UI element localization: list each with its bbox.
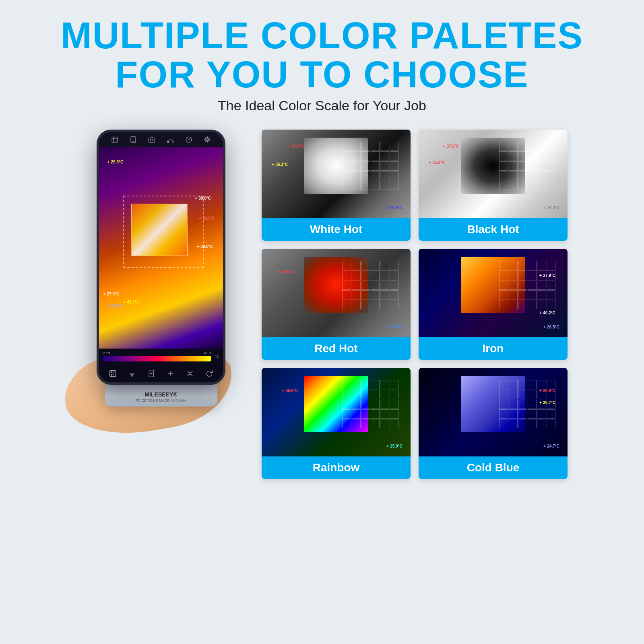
svg-rect-12 xyxy=(110,371,116,377)
temp-reading-6: + 22.0°C xyxy=(107,303,123,308)
palette-image-white-hot: + 37.7°C + 36.1°C + 26.5°C xyxy=(262,130,411,218)
iron-temp-2: + 40.2°C xyxy=(539,310,555,315)
subtitle: The Ideal Color Scale for Your Job xyxy=(61,98,583,114)
document-icon[interactable] xyxy=(146,368,157,379)
temp-reading-5: + 27.9°C xyxy=(103,291,119,296)
header-section: MULTIPLE COLOR PALETES FOR YOU TO CHOOSE… xyxy=(53,0,591,118)
svg-rect-0 xyxy=(112,137,118,142)
bh-temp-low: + 26.4°C xyxy=(543,205,559,210)
tablet-icon[interactable] xyxy=(129,135,138,144)
svg-point-11 xyxy=(206,139,208,141)
temp-reading-1: + 29.5°C xyxy=(107,159,123,164)
device-bottom: MILESEEY® FC CE ROHS MADE IN CHINA xyxy=(105,385,217,407)
iron-temp-low: + 26.5°C xyxy=(543,324,559,329)
palette-image-cold-blue: + 36.8°C + 39.7°C + 24.7°C xyxy=(419,368,568,456)
phone-controls xyxy=(99,365,223,382)
svg-rect-14 xyxy=(111,374,114,377)
gear-icon[interactable] xyxy=(203,135,212,144)
svg-rect-7 xyxy=(167,141,169,143)
wifi-icon[interactable] xyxy=(126,368,138,379)
palette-grid: + 37.7°C + 36.1°C + 26.5°C White Hot + 3… xyxy=(262,130,568,479)
phone-screen: + 29.5°C + 30.0°C + 33.5°C + 30.0°C + 27… xyxy=(99,147,223,349)
svg-line-23 xyxy=(191,371,193,373)
svg-point-15 xyxy=(132,376,133,377)
crop-icon[interactable] xyxy=(110,135,119,144)
wh-temp-low: + 26.5°C xyxy=(386,205,402,210)
svg-point-6 xyxy=(151,139,153,141)
minus-icon[interactable] xyxy=(184,135,193,144)
cb-temp-mid: + 39.7°C xyxy=(539,400,555,405)
palette-item-red-hot: + 35.6°C + 25.5°C Red Hot xyxy=(262,249,411,360)
device-brand: MILESEEY® xyxy=(113,391,209,398)
target-icon[interactable] xyxy=(184,368,196,379)
device-cert: FC CE ROHS MADE IN CHINA xyxy=(113,398,209,402)
svg-line-22 xyxy=(187,371,189,373)
temp-reading-7: + 41.0°C xyxy=(123,299,139,304)
rainbow-temp-low: + 25.9°C xyxy=(386,444,402,448)
phone-container: + 29.5°C + 30.0°C + 33.5°C + 30.0°C + 27… xyxy=(76,130,246,407)
palette-label-white-hot: White Hot xyxy=(262,218,411,241)
refresh-icon[interactable] xyxy=(204,368,215,379)
thermal-inner xyxy=(131,204,188,256)
palette-image-red-hot: + 35.6°C + 25.5°C xyxy=(262,249,411,337)
iron-temp-1: + 27.9°C xyxy=(539,273,555,278)
palette-label-cold-blue: Cold Blue xyxy=(419,456,568,479)
rh-temp-low: + 25.5°C xyxy=(386,324,402,329)
palette-label-rainbow: Rainbow xyxy=(262,456,411,479)
headphone-icon[interactable] xyxy=(166,135,175,144)
palette-label-black-hot: Black Hot xyxy=(419,218,568,241)
svg-rect-8 xyxy=(172,141,173,143)
phone-color-bar: 27.9 41.0 °C xyxy=(99,349,223,365)
rh-temp-high: + 35.6°C xyxy=(278,269,294,274)
svg-point-26 xyxy=(189,373,191,375)
svg-line-24 xyxy=(187,375,189,376)
palette-image-rainbow: + 36.9°C + 25.9°C xyxy=(262,368,411,456)
cb-temp-low: + 24.7°C xyxy=(543,444,559,448)
palette-label-iron: Iron xyxy=(419,337,568,360)
phone-top-bar xyxy=(99,132,223,147)
palette-item-iron: + 27.9°C + 40.2°C + 26.5°C Iron xyxy=(419,249,568,360)
main-title: MULTIPLE COLOR PALETES FOR YOU TO CHOOSE xyxy=(61,16,583,94)
bh-temp-mid: + 31.6°C xyxy=(429,160,445,165)
palette-item-white-hot: + 37.7°C + 36.1°C + 26.5°C White Hot xyxy=(262,130,411,241)
svg-point-4 xyxy=(133,141,134,142)
svg-rect-13 xyxy=(111,371,114,373)
svg-line-25 xyxy=(191,375,193,376)
palette-item-black-hot: + 37.5°C + 31.6°C + 26.4°C Black Hot xyxy=(419,130,568,241)
palette-image-black-hot: + 37.5°C + 31.6°C + 26.4°C xyxy=(419,130,568,218)
content-area: + 29.5°C + 30.0°C + 33.5°C + 30.0°C + 27… xyxy=(0,118,644,491)
palette-item-rainbow: + 36.9°C + 25.9°C Rainbow xyxy=(262,368,411,479)
camera-icon[interactable] xyxy=(147,135,156,144)
wh-temp-mid: + 36.1°C xyxy=(272,162,288,167)
palette-item-cold-blue: + 36.8°C + 39.7°C + 24.7°C Cold Blue xyxy=(419,368,568,479)
palette-label-red-hot: Red Hot xyxy=(262,337,411,360)
plus-icon[interactable] xyxy=(165,368,176,379)
rainbow-temp-high: + 36.9°C xyxy=(282,388,298,393)
wh-temp-high: + 37.7°C xyxy=(288,144,304,149)
phone-mockup: + 29.5°C + 30.0°C + 33.5°C + 30.0°C + 27… xyxy=(97,130,225,385)
save-icon[interactable] xyxy=(107,368,118,379)
bh-temp-high: + 37.5°C xyxy=(443,144,459,149)
palette-image-iron: + 27.9°C + 40.2°C + 26.5°C xyxy=(419,249,568,337)
cb-temp-high: + 36.8°C xyxy=(539,388,555,393)
